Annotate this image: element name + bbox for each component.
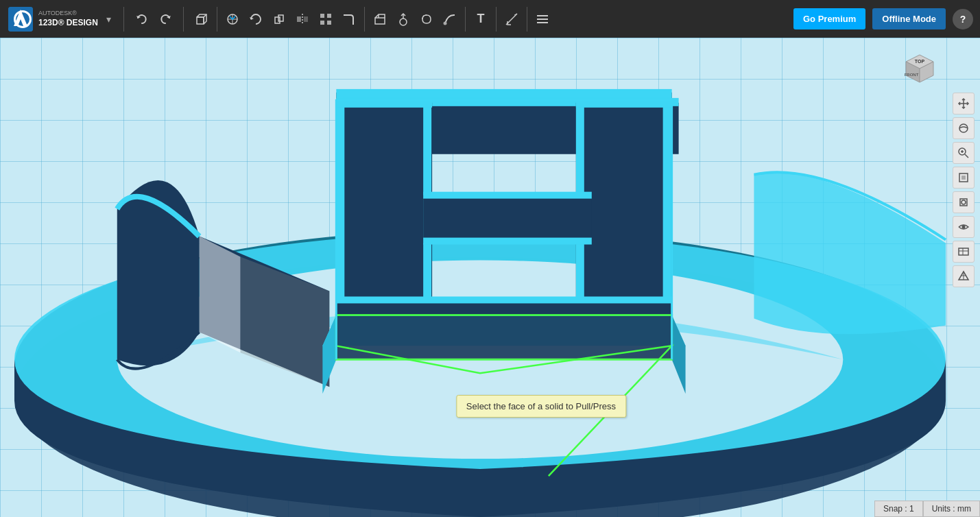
3d-viewport[interactable]: Select the face of a solid to Pull/Press… xyxy=(0,38,980,517)
sweep-tool[interactable] xyxy=(439,8,461,30)
svg-point-68 xyxy=(962,226,966,229)
svg-point-22 xyxy=(443,21,446,25)
svg-rect-18 xyxy=(375,18,385,24)
help-button[interactable]: ? xyxy=(953,9,973,29)
svg-rect-15 xyxy=(327,14,331,18)
sweep-icon xyxy=(443,12,457,26)
fillet-icon xyxy=(342,12,356,26)
toolbar-divider-7 xyxy=(527,7,527,32)
svg-rect-17 xyxy=(327,21,331,25)
units-status: Units : mm xyxy=(923,501,980,517)
pull-press-tooltip: Select the face of a solid to Pull/Press xyxy=(456,395,626,418)
rotate-tool[interactable] xyxy=(245,8,267,30)
move-icon xyxy=(272,12,286,26)
revolve-icon xyxy=(420,12,433,26)
offline-mode-button[interactable]: Offline Mode xyxy=(872,8,946,29)
view-cube[interactable]: TOP FRONT xyxy=(896,45,942,91)
sketch-icon xyxy=(373,12,387,26)
header-right: Go Premium Offline Mode ? xyxy=(793,8,980,29)
svg-rect-12 xyxy=(297,16,301,22)
3d-scene xyxy=(0,38,980,517)
redo-button[interactable] xyxy=(154,8,176,30)
material-button[interactable] xyxy=(953,265,975,287)
smart-scale-icon xyxy=(226,12,239,26)
svg-rect-10 xyxy=(278,15,283,21)
zoom-button[interactable] xyxy=(953,142,975,164)
toolbar-divider-2 xyxy=(183,7,184,32)
toolbar-divider-6 xyxy=(496,7,497,32)
layers-icon xyxy=(536,12,549,26)
svg-line-61 xyxy=(965,154,968,158)
app-brand: AUTODESK® xyxy=(38,10,98,18)
svg-rect-33 xyxy=(336,89,671,99)
svg-rect-39 xyxy=(336,99,432,108)
app-name-text: AUTODESK® 123D® DESIGN xyxy=(38,10,98,28)
svg-rect-13 xyxy=(304,16,308,22)
snap-status: Snap : 1 xyxy=(874,501,923,517)
zoom-icon xyxy=(957,147,970,159)
autodesk-logo-svg xyxy=(8,7,33,32)
status-bar: Snap : 1 Units : mm xyxy=(874,501,980,517)
toolbar-divider-3 xyxy=(217,7,217,32)
svg-rect-36 xyxy=(336,103,432,315)
svg-rect-9 xyxy=(275,17,280,23)
revolve-tool[interactable] xyxy=(416,8,438,30)
fit-view-icon xyxy=(957,171,970,184)
pattern-icon xyxy=(319,12,333,26)
extrude-tool[interactable] xyxy=(392,8,414,30)
app-product: 123D® DESIGN xyxy=(38,18,98,29)
eye-icon xyxy=(957,221,970,233)
view-cube-svg[interactable]: TOP FRONT xyxy=(896,45,944,93)
svg-rect-16 xyxy=(320,21,324,25)
layers-tool[interactable] xyxy=(531,8,553,30)
svg-text:TOP: TOP xyxy=(915,59,925,64)
toolbar-divider-1 xyxy=(123,7,124,32)
undo-button[interactable] xyxy=(131,8,153,30)
svg-rect-69 xyxy=(959,248,968,255)
measure-icon xyxy=(505,12,518,26)
logo-area[interactable]: AUTODESK® 123D® DESIGN ▾ xyxy=(0,7,119,32)
app-dropdown-arrow[interactable]: ▾ xyxy=(106,14,111,25)
primitives-tool[interactable] xyxy=(191,8,213,30)
toolbar-tools: T xyxy=(188,7,793,32)
perspective-icon xyxy=(957,196,970,208)
svg-rect-47 xyxy=(423,192,592,199)
move-tool[interactable] xyxy=(268,8,290,30)
svg-rect-43 xyxy=(576,99,672,108)
render-mode-button[interactable] xyxy=(953,241,975,263)
orbit-button[interactable] xyxy=(953,117,975,139)
pan-zoom-icon xyxy=(957,97,970,110)
tooltip-text: Select the face of a solid to Pull/Press xyxy=(466,401,616,411)
measure-tool[interactable] xyxy=(501,8,523,30)
eye-button[interactable] xyxy=(953,216,975,238)
right-panel xyxy=(953,93,975,287)
offline-mode-label: Offline Mode xyxy=(882,14,936,24)
sketch-tool[interactable] xyxy=(369,8,391,30)
fit-view-button[interactable] xyxy=(953,167,975,189)
pan-zoom-button[interactable] xyxy=(953,93,975,115)
svg-text:FRONT: FRONT xyxy=(905,73,919,77)
svg-rect-0 xyxy=(8,7,33,32)
go-premium-button[interactable]: Go Premium xyxy=(793,8,865,29)
mirror-tool[interactable] xyxy=(291,8,313,30)
toolbar-undo-redo xyxy=(128,8,179,30)
pattern-tool[interactable] xyxy=(315,8,337,30)
svg-rect-14 xyxy=(320,14,324,18)
svg-rect-42 xyxy=(663,99,671,326)
svg-rect-65 xyxy=(961,176,966,180)
extrude-icon xyxy=(396,12,410,26)
smart-scale-tool[interactable] xyxy=(222,8,243,30)
svg-rect-37 xyxy=(336,99,344,326)
svg-point-67 xyxy=(961,200,966,204)
main-toolbar: AUTODESK® 123D® DESIGN ▾ xyxy=(0,0,980,38)
redo-icon xyxy=(158,12,172,26)
svg-point-20 xyxy=(400,19,407,25)
mirror-icon xyxy=(296,12,309,26)
text-tool[interactable]: T xyxy=(470,8,492,30)
toolbar-divider-5 xyxy=(465,7,466,32)
material-icon xyxy=(957,270,970,282)
orbit-icon xyxy=(957,122,970,134)
primitives-icon xyxy=(195,12,208,26)
fillet-tool[interactable] xyxy=(338,8,360,30)
perspective-button[interactable] xyxy=(953,191,975,213)
